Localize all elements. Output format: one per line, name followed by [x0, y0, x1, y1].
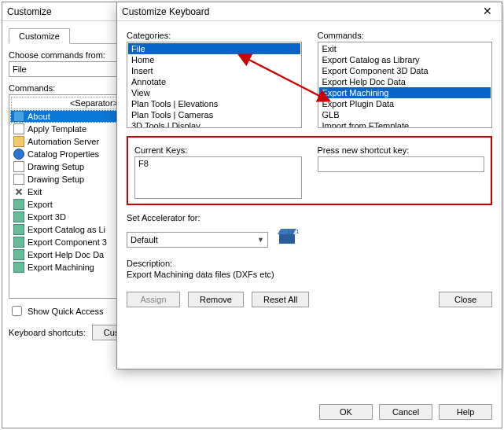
- customize-keyboard-title: Customize Keyboard: [122, 6, 209, 17]
- category-item[interactable]: 3D Tools | Display: [128, 120, 300, 128]
- help-button[interactable]: Help: [439, 404, 492, 420]
- choose-commands-value: File: [13, 64, 27, 74]
- command-item[interactable]: Exit: [319, 43, 491, 54]
- current-keys-label: Current Keys:: [134, 145, 302, 155]
- command-item[interactable]: Import from FTemplate: [319, 120, 491, 128]
- ok-button[interactable]: OK: [319, 404, 373, 420]
- accelerator-label: Set Accelerator for:: [127, 213, 492, 222]
- close-icon: [13, 186, 24, 197]
- cube-icon: 11.1: [276, 229, 298, 251]
- reset-all-button[interactable]: Reset All: [252, 292, 309, 307]
- close-icon[interactable]: ✕: [473, 2, 502, 21]
- category-item[interactable]: Insert: [128, 65, 300, 76]
- category-item[interactable]: Home: [128, 54, 300, 65]
- categories-label: Categories:: [127, 31, 302, 40]
- document-icon: [13, 123, 24, 134]
- tab-customize[interactable]: Customize: [9, 28, 70, 44]
- commands-listbox-front[interactable]: ExitExport Catalog as LibraryExport Comp…: [318, 42, 493, 128]
- command-item[interactable]: Export Plugin Data: [319, 98, 491, 109]
- export-icon: [13, 224, 24, 235]
- close-button[interactable]: Close: [439, 292, 492, 307]
- command-item[interactable]: Export Help Doc Data: [319, 76, 491, 87]
- command-item[interactable]: GLB: [319, 109, 491, 120]
- accelerator-value: Default: [131, 235, 158, 244]
- export-icon: [13, 199, 24, 210]
- chevron-down-icon: ▼: [257, 236, 264, 244]
- description-label: Description:: [127, 259, 492, 268]
- assign-button[interactable]: Assign: [127, 292, 180, 307]
- categories-listbox[interactable]: FileHomeInsertAnnotateViewPlan Tools | E…: [127, 42, 302, 128]
- export-icon: [13, 262, 24, 273]
- category-item[interactable]: Plan Tools | Cameras: [128, 109, 300, 120]
- category-item[interactable]: File: [128, 43, 300, 54]
- category-item[interactable]: View: [128, 87, 300, 98]
- export-icon: [13, 249, 24, 260]
- command-item[interactable]: Export Catalog as Library: [319, 54, 491, 65]
- customize-keyboard-titlebar: Customize Keyboard ✕: [117, 2, 502, 21]
- customize-keyboard-dialog: Customize Keyboard ✕ Categories: FileHom…: [116, 2, 502, 369]
- press-new-input[interactable]: [318, 156, 485, 172]
- show-quick-access-label: Show Quick Access: [28, 307, 104, 316]
- command-item[interactable]: Export Machining: [319, 87, 491, 98]
- keys-group: Current Keys: F8 Press new shortcut key:: [127, 136, 492, 205]
- export-icon: [13, 237, 24, 248]
- cancel-button[interactable]: Cancel: [379, 404, 432, 420]
- current-key-value[interactable]: F8: [138, 159, 298, 168]
- customize-title: Customize: [7, 6, 52, 17]
- export-icon: [13, 211, 24, 222]
- folder-icon: [13, 136, 24, 147]
- remove-button[interactable]: Remove: [188, 292, 244, 307]
- info-icon: [13, 149, 24, 160]
- category-item[interactable]: Plan Tools | Elevations: [128, 98, 300, 109]
- gear-icon: [13, 111, 24, 122]
- accelerator-combo[interactable]: Default ▼: [127, 232, 268, 248]
- command-item[interactable]: Export Component 3D Data: [319, 65, 491, 76]
- document-icon: [13, 161, 24, 172]
- press-new-label: Press new shortcut key:: [318, 145, 485, 155]
- show-quick-access-checkbox[interactable]: [12, 306, 22, 316]
- current-keys-list[interactable]: F8: [134, 156, 302, 199]
- commands-front-label: Commands:: [318, 31, 493, 40]
- keyboard-shortcuts-label: Keyboard shortcuts:: [9, 328, 86, 337]
- document-icon: [13, 174, 24, 185]
- description-text: Export Machining data files (DXFs etc): [127, 270, 492, 279]
- category-item[interactable]: Annotate: [128, 76, 300, 87]
